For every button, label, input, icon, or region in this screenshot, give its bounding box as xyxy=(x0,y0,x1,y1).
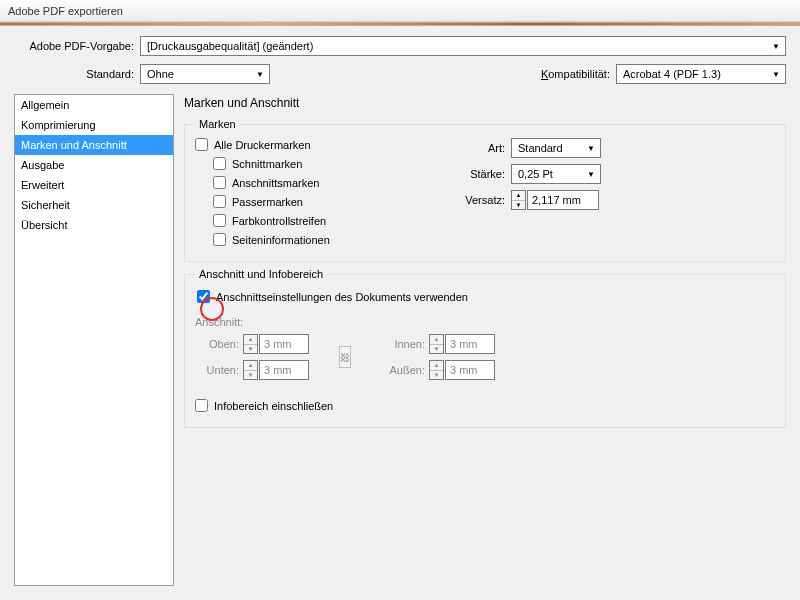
bleed-bottom-field[interactable]: ▲▼ xyxy=(243,360,309,380)
marks-group: Marken Alle Druckermarken Schnittmarken xyxy=(184,124,786,262)
mark-weight-dropdown[interactable]: 0,25 Pt ▼ xyxy=(511,164,601,184)
preset-label: Adobe PDF-Vorgabe: xyxy=(14,40,134,52)
standard-value: Ohne xyxy=(147,68,174,80)
link-bleed-icon[interactable]: ⛓ xyxy=(339,346,351,368)
mark-offset-label: Versatz: xyxy=(455,194,505,206)
bleed-inner-field[interactable]: ▲▼ xyxy=(429,334,495,354)
sidebar-item-uebersicht[interactable]: Übersicht xyxy=(15,215,173,235)
use-doc-bleed-label: Anschnittseinstellungen des Dokuments ve… xyxy=(216,291,468,303)
chevron-down-icon: ▼ xyxy=(769,67,783,81)
bleed-inner-spinner[interactable]: ▲▼ xyxy=(429,334,444,354)
window-titlebar: Adobe PDF exportieren xyxy=(0,0,800,22)
use-doc-bleed-checkbox[interactable] xyxy=(197,290,210,303)
window-title: Adobe PDF exportieren xyxy=(8,5,123,17)
bleed-subheading: Anschnitt: xyxy=(195,316,775,328)
category-sidebar: Allgemein Komprimierung Marken und Ansch… xyxy=(14,94,174,586)
preset-dropdown[interactable]: [Druckausgabequalität] (geändert) ▼ xyxy=(140,36,786,56)
include-slug-checkbox[interactable] xyxy=(195,399,208,412)
page-info-checkbox[interactable] xyxy=(213,233,226,246)
standard-label: Standard: xyxy=(14,68,134,80)
bleed-top-field[interactable]: ▲▼ xyxy=(243,334,309,354)
preset-value: [Druckausgabequalität] (geändert) xyxy=(147,40,313,52)
export-pdf-dialog: Adobe PDF exportieren Adobe PDF-Vorgabe:… xyxy=(0,0,800,600)
color-bars-label: Farbkontrollstreifen xyxy=(232,215,326,227)
bleed-inner-label: Innen: xyxy=(381,338,425,350)
chevron-down-icon: ▼ xyxy=(769,39,783,53)
bleed-marks-checkbox[interactable] xyxy=(213,176,226,189)
bleed-outer-spinner[interactable]: ▲▼ xyxy=(429,360,444,380)
bleed-group: Anschnitt und Infobereich Anschnittseins… xyxy=(184,274,786,428)
offset-spinner[interactable]: ▲▼ xyxy=(511,190,526,210)
mark-offset-field[interactable]: ▲▼ xyxy=(511,190,599,210)
cut-marks-checkbox[interactable] xyxy=(213,157,226,170)
bleed-top-spinner[interactable]: ▲▼ xyxy=(243,334,258,354)
include-slug-label: Infobereich einschließen xyxy=(214,400,333,412)
main-panel: Marken und Anschnitt Marken Alle Drucker… xyxy=(184,94,786,586)
registration-marks-label: Passermarken xyxy=(232,196,303,208)
bleed-top-input[interactable] xyxy=(259,334,309,354)
mark-weight-label: Stärke: xyxy=(455,168,505,180)
mark-type-label: Art: xyxy=(455,142,505,154)
marks-group-label: Marken xyxy=(195,118,240,130)
bleed-outer-field[interactable]: ▲▼ xyxy=(429,360,495,380)
mark-type-value: Standard xyxy=(518,142,563,154)
sidebar-item-erweitert[interactable]: Erweitert xyxy=(15,175,173,195)
cut-marks-label: Schnittmarken xyxy=(232,158,302,170)
bleed-marks-label: Anschnittsmarken xyxy=(232,177,319,189)
bleed-bottom-input[interactable] xyxy=(259,360,309,380)
all-marks-label: Alle Druckermarken xyxy=(214,139,311,151)
registration-marks-checkbox[interactable] xyxy=(213,195,226,208)
chevron-down-icon: ▼ xyxy=(584,141,598,155)
sidebar-item-marken-anschnitt[interactable]: Marken und Anschnitt xyxy=(15,135,173,155)
mark-type-dropdown[interactable]: Standard ▼ xyxy=(511,138,601,158)
bleed-top-label: Oben: xyxy=(195,338,239,350)
compat-dropdown[interactable]: Acrobat 4 (PDF 1.3) ▼ xyxy=(616,64,786,84)
bleed-outer-label: Außen: xyxy=(381,364,425,376)
sidebar-item-ausgabe[interactable]: Ausgabe xyxy=(15,155,173,175)
compat-value: Acrobat 4 (PDF 1.3) xyxy=(623,68,721,80)
bleed-outer-input[interactable] xyxy=(445,360,495,380)
page-info-label: Seiteninformationen xyxy=(232,234,330,246)
panel-heading: Marken und Anschnitt xyxy=(184,94,786,124)
mark-weight-value: 0,25 Pt xyxy=(518,168,553,180)
bleed-bottom-label: Unten: xyxy=(195,364,239,376)
sidebar-item-komprimierung[interactable]: Komprimierung xyxy=(15,115,173,135)
bleed-inner-input[interactable] xyxy=(445,334,495,354)
sidebar-item-allgemein[interactable]: Allgemein xyxy=(15,95,173,115)
chevron-down-icon: ▼ xyxy=(584,167,598,181)
chevron-down-icon: ▼ xyxy=(253,67,267,81)
bleed-bottom-spinner[interactable]: ▲▼ xyxy=(243,360,258,380)
sidebar-item-sicherheit[interactable]: Sicherheit xyxy=(15,195,173,215)
color-bars-checkbox[interactable] xyxy=(213,214,226,227)
standard-dropdown[interactable]: Ohne ▼ xyxy=(140,64,270,84)
compat-label: Kompatibilität: xyxy=(541,68,610,80)
mark-offset-input[interactable] xyxy=(527,190,599,210)
all-marks-checkbox[interactable] xyxy=(195,138,208,151)
bleed-group-label: Anschnitt und Infobereich xyxy=(195,268,327,280)
